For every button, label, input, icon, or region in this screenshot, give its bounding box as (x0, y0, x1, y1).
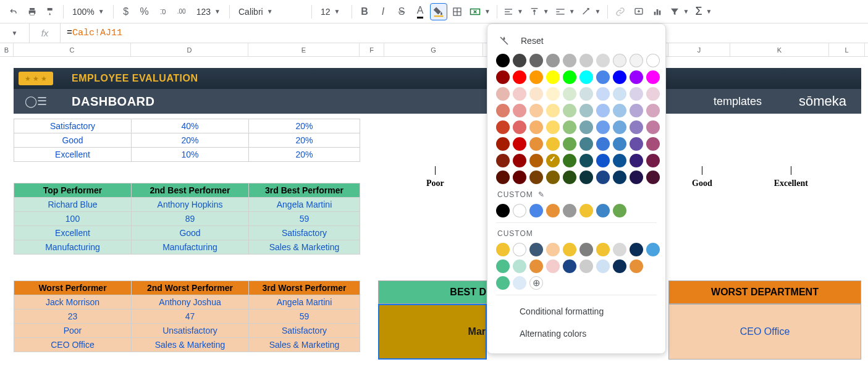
color-swatch[interactable] (646, 87, 660, 101)
functions-button[interactable]: Σ▼ (693, 3, 714, 20)
decrease-decimal-button[interactable]: .0_ (154, 3, 172, 20)
color-swatch[interactable] (563, 154, 576, 167)
color-swatch[interactable] (513, 137, 526, 151)
color-swatch[interactable] (579, 120, 593, 134)
color-swatch[interactable] (613, 137, 626, 151)
color-swatch[interactable] (646, 154, 660, 167)
color-swatch[interactable] (646, 104, 660, 117)
color-swatch[interactable] (513, 120, 526, 134)
color-swatch[interactable] (513, 87, 526, 101)
color-swatch[interactable] (513, 171, 526, 184)
color-swatch[interactable] (546, 154, 560, 167)
color-swatch[interactable] (630, 243, 643, 256)
color-swatch[interactable] (513, 259, 526, 273)
color-swatch[interactable] (546, 104, 560, 117)
color-swatch[interactable] (630, 259, 643, 273)
table-row[interactable]: PoorUnsatisfactorySatisfactory (14, 324, 360, 338)
text-color-button[interactable]: A (411, 3, 429, 20)
color-swatch[interactable] (613, 54, 626, 67)
color-swatch[interactable] (613, 87, 626, 101)
col-header[interactable]: J (668, 43, 730, 56)
pencil-icon[interactable]: ✎ (538, 190, 545, 199)
color-swatch[interactable] (529, 204, 543, 217)
number-format-combo[interactable]: 123▼ (192, 3, 225, 20)
color-swatch[interactable] (613, 171, 626, 184)
color-swatch[interactable] (529, 70, 543, 84)
color-swatch[interactable] (546, 243, 560, 256)
color-swatch[interactable] (613, 104, 626, 117)
color-swatch[interactable] (529, 104, 543, 117)
color-swatch[interactable] (563, 259, 576, 273)
color-swatch[interactable] (579, 87, 593, 101)
color-swatch[interactable] (613, 204, 626, 217)
color-swatch[interactable] (596, 137, 610, 151)
col-header[interactable]: G (384, 43, 483, 56)
bold-button[interactable]: B (356, 3, 373, 20)
color-swatch[interactable] (630, 120, 643, 134)
color-swatch[interactable] (596, 204, 610, 217)
color-swatch[interactable] (579, 259, 593, 273)
increase-decimal-button[interactable]: .00 (173, 3, 190, 20)
col-header[interactable]: K (730, 43, 829, 56)
paint-format-button[interactable] (42, 3, 59, 20)
halign-button[interactable]: ▼ (501, 3, 526, 20)
color-swatch[interactable] (513, 54, 526, 67)
color-swatch[interactable] (596, 259, 610, 273)
color-swatch[interactable] (596, 120, 610, 134)
italic-button[interactable]: I (374, 3, 392, 20)
color-swatch[interactable] (496, 204, 510, 217)
color-swatch[interactable] (579, 137, 593, 151)
table-row[interactable]: ExcellentGoodSatisfactory (14, 226, 360, 240)
merge-button[interactable]: ▼ (467, 3, 493, 20)
name-box[interactable]: ▼ (0, 23, 30, 43)
table-row[interactable]: Satisfactory40%20% (14, 119, 360, 133)
color-swatch[interactable] (563, 204, 576, 217)
color-swatch[interactable] (546, 259, 560, 273)
table-row[interactable]: Richard BlueAnthony HopkinsAngela Martin… (14, 198, 360, 212)
color-swatch[interactable] (513, 204, 526, 217)
color-swatch[interactable] (496, 171, 510, 184)
table-row[interactable]: Good20%20% (14, 133, 360, 148)
color-swatch[interactable] (563, 243, 576, 256)
formula-input[interactable]: =Calc!AJ11 (61, 28, 129, 38)
color-swatch[interactable] (529, 243, 543, 256)
col-header[interactable]: E (248, 43, 360, 56)
color-swatch[interactable] (563, 54, 576, 67)
color-swatch[interactable] (630, 70, 643, 84)
wrap-button[interactable]: ▼ (553, 3, 578, 20)
color-swatch[interactable] (546, 120, 560, 134)
link-button[interactable] (612, 3, 629, 20)
rotate-button[interactable]: ▼ (579, 3, 604, 20)
color-swatch[interactable] (596, 104, 610, 117)
color-swatch[interactable] (496, 87, 510, 101)
col-header[interactable]: C (14, 43, 131, 56)
color-swatch[interactable] (513, 154, 526, 167)
color-swatch[interactable] (496, 54, 510, 67)
undo-button[interactable] (5, 3, 22, 20)
color-swatch[interactable] (613, 70, 626, 84)
add-color-button[interactable]: ⊕ (529, 276, 543, 290)
strikethrough-button[interactable]: S (393, 3, 410, 20)
reset-button[interactable]: Reset (496, 32, 657, 54)
table-row[interactable]: Jack MorrisonAnthony JoshuaAngela Martin… (14, 295, 360, 310)
color-swatch[interactable] (579, 70, 593, 84)
color-swatch[interactable] (563, 137, 576, 151)
color-swatch[interactable] (630, 104, 643, 117)
color-swatch[interactable] (613, 120, 626, 134)
color-swatch[interactable] (579, 104, 593, 117)
color-swatch[interactable] (630, 87, 643, 101)
color-swatch[interactable] (563, 70, 576, 84)
color-swatch[interactable] (579, 243, 593, 256)
color-swatch[interactable] (513, 70, 526, 84)
alternating-colors-item[interactable]: Alternating colors (496, 322, 657, 345)
best-dept-value[interactable]: Mar (378, 304, 487, 360)
color-swatch[interactable] (496, 243, 510, 256)
color-swatch[interactable] (630, 171, 643, 184)
col-corner[interactable]: B (0, 43, 14, 56)
color-swatch[interactable] (513, 104, 526, 117)
color-swatch[interactable] (596, 154, 610, 167)
color-swatch[interactable] (563, 104, 576, 117)
table-row[interactable]: 1008959 (14, 212, 360, 226)
table-row[interactable]: 234759 (14, 310, 360, 324)
color-swatch[interactable] (646, 243, 660, 256)
